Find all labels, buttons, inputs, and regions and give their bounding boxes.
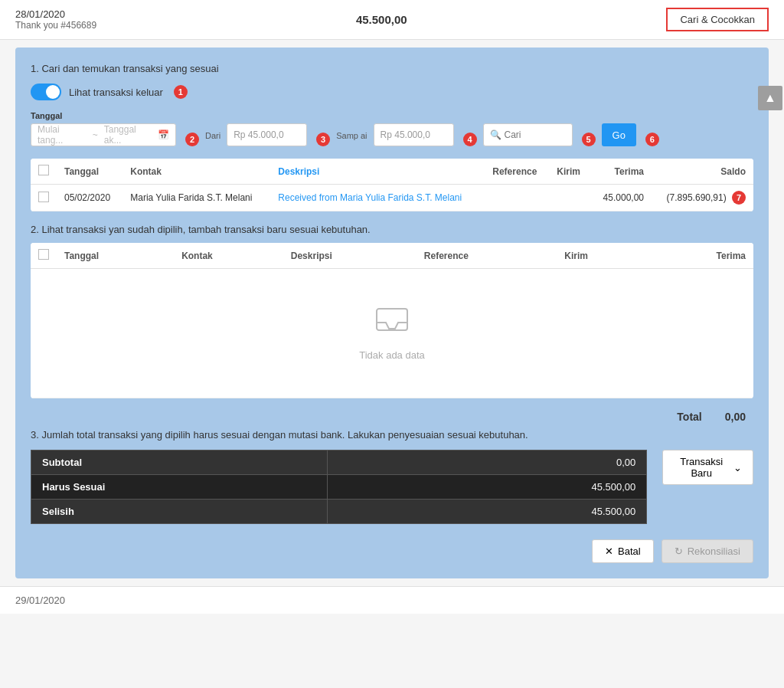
sampai-group: Rp 45.000,0 — [374, 123, 454, 146]
badge-5: 5 — [582, 133, 596, 146]
empty-state: Tidak ada data — [38, 275, 746, 392]
col2-terima: Terima — [648, 243, 753, 269]
section2-title: 2. Lihat transaksi yan sudah dipilih, ta… — [31, 224, 753, 235]
header2-checkbox[interactable] — [31, 243, 57, 269]
empty-text: Tidak ada data — [359, 349, 425, 361]
row-deskripsi: Received from Maria Yulia Farida S.T. Me… — [270, 185, 485, 211]
badge-6: 6 — [645, 133, 659, 146]
calendar-icon[interactable]: 📅 — [158, 129, 169, 140]
col-kirim: Kirim — [549, 159, 591, 185]
search-input[interactable] — [505, 129, 566, 140]
tanggal-to-placeholder: Tanggal ak... — [104, 124, 155, 146]
transaksi-baru-button[interactable]: Transaksi Baru ⌄ — [662, 450, 753, 485]
selisih-row: Selisih 45.500,00 — [31, 500, 647, 524]
subtotal-row: Subtotal 0,00 — [31, 450, 647, 475]
search-input-wrap[interactable]: 🔍 — [483, 123, 573, 146]
x-icon: ✕ — [605, 545, 613, 557]
badge-7: 7 — [732, 191, 746, 205]
selected-transactions-table: Tanggal Kontak Deskripsi Reference Kirim… — [31, 243, 753, 398]
row-kirim — [549, 185, 591, 211]
rekonsiliasi-label: Rekonsiliasi — [688, 545, 740, 557]
top-bar-amount: 45.500,00 — [356, 13, 407, 26]
subtotal-value: 0,00 — [328, 450, 647, 475]
badge-4: 4 — [463, 133, 477, 146]
batal-button[interactable]: ✕ Batal — [592, 539, 654, 563]
chevron-down-icon: ⌄ — [733, 462, 742, 473]
row-reference — [485, 185, 549, 211]
row-checkbox[interactable] — [31, 185, 57, 211]
row-saldo: (7.895.690,91) 7 — [652, 185, 753, 211]
row-terima: 45.000,00 — [591, 185, 652, 211]
transaction-date: 28/01/2020 — [15, 8, 96, 20]
sampai-label: Samp ai — [336, 131, 367, 146]
bottom-actions: ✕ Batal ↻ Rekonsiliasi — [31, 539, 753, 563]
main-panel: ▲ 1. Cari dan temukan transaksi yang ses… — [15, 48, 769, 578]
col2-reference: Reference — [416, 243, 557, 269]
empty-state-row: Tidak ada data — [31, 269, 753, 398]
bottom-bar: 29/01/2020 — [0, 586, 784, 614]
empty-state-cell: Tidak ada data — [31, 269, 753, 398]
badge-3: 3 — [316, 133, 330, 146]
harus-sesuai-label: Harus Sesuai — [31, 475, 328, 500]
rekonsiliasi-icon: ↻ — [675, 545, 683, 557]
cari-cocokkan-button[interactable]: Cari & Cocokkan — [666, 8, 769, 31]
row-kontak: Maria Yulia Farida S.T. Melani — [122, 185, 270, 211]
top-bar: 28/01/2020 Thank you #456689 45.500,00 C… — [0, 0, 784, 40]
badge-2: 2 — [185, 133, 199, 146]
total-value: 0,00 — [725, 411, 746, 423]
total-label: Total — [677, 411, 701, 423]
tanggal-date-range[interactable]: Mulai tang... ~ Tanggal ak... 📅 — [31, 123, 176, 146]
dari-label: Dari — [205, 131, 220, 146]
go-button[interactable]: Go — [602, 123, 636, 146]
page-wrapper: 28/01/2020 Thank you #456689 45.500,00 C… — [0, 0, 784, 688]
tanggal-from-placeholder: Mulai tang... — [38, 124, 87, 146]
summary-area: Subtotal 0,00 Harus Sesuai 45.500,00 Sel… — [31, 450, 753, 524]
col2-deskripsi: Deskripsi — [283, 243, 416, 269]
selisih-label: Selisih — [31, 500, 328, 524]
bottom-date: 29/01/2020 — [15, 595, 65, 606]
total-row: Total 0,00 — [31, 405, 753, 429]
dari-group: Rp 45.000,0 — [227, 123, 307, 146]
table-row: 05/02/2020 Maria Yulia Farida S.T. Melan… — [31, 185, 753, 211]
transaksi-baru-label: Transaksi Baru — [674, 456, 729, 479]
selisih-value: 45.500,00 — [328, 500, 647, 524]
col-saldo: Saldo — [652, 159, 753, 185]
summary-table: Subtotal 0,00 Harus Sesuai 45.500,00 Sel… — [31, 450, 647, 524]
col2-kontak: Kontak — [174, 243, 283, 269]
filter-row: Tanggal Mulai tang... ~ Tanggal ak... 📅 … — [31, 111, 753, 146]
tanggal-label: Tanggal — [31, 111, 176, 120]
inbox-icon — [374, 306, 410, 343]
section3-title: 3. Jumlah total transaksi yang dipilih h… — [31, 429, 753, 441]
arrow-right-button[interactable]: ▲ — [758, 86, 782, 110]
col-reference: Reference — [485, 159, 549, 185]
harus-sesuai-row: Harus Sesuai 45.500,00 — [31, 475, 647, 500]
col-terima: Terima — [591, 159, 652, 185]
col-kontak: Kontak — [122, 159, 270, 185]
rekonsiliasi-button[interactable]: ↻ Rekonsiliasi — [662, 539, 753, 563]
row-tanggal: 05/02/2020 — [57, 185, 122, 211]
toggle-row: Lihat transaksi keluar 1 — [31, 84, 753, 100]
header-checkbox[interactable] — [31, 159, 57, 185]
col-tanggal: Tanggal — [57, 159, 122, 185]
tanggal-group: Tanggal Mulai tang... ~ Tanggal ak... 📅 — [31, 111, 176, 146]
search-results-table: Tanggal Kontak Deskripsi Reference Kirim… — [31, 159, 753, 211]
sampai-input[interactable]: Rp 45.000,0 — [374, 123, 454, 146]
toggle-label: Lihat transaksi keluar — [69, 87, 163, 98]
thank-you-ref: Thank you #456689 — [15, 20, 96, 31]
col2-tanggal: Tanggal — [57, 243, 174, 269]
harus-sesuai-value: 45.500,00 — [328, 475, 647, 500]
svg-rect-0 — [377, 309, 407, 330]
subtotal-label: Subtotal — [31, 450, 328, 475]
dari-input[interactable]: Rp 45.000,0 — [227, 123, 307, 146]
top-bar-left: 28/01/2020 Thank you #456689 — [15, 8, 96, 31]
col2-kirim: Kirim — [557, 243, 648, 269]
search-icon: 🔍 — [490, 129, 501, 140]
lihat-transaksi-toggle[interactable] — [31, 84, 61, 100]
toggle-badge: 1 — [174, 85, 188, 99]
batal-label: Batal — [618, 545, 641, 557]
col-deskripsi: Deskripsi — [270, 159, 485, 185]
section1-title: 1. Cari dan temukan transaksi yang sesua… — [31, 63, 753, 74]
